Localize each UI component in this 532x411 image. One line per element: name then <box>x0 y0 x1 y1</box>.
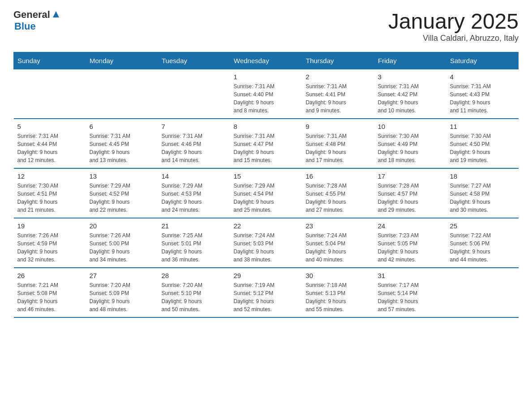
day-info: Sunrise: 7:26 AM Sunset: 4:59 PM Dayligh… <box>17 231 82 264</box>
day-number: 25 <box>450 222 515 230</box>
day-info: Sunrise: 7:24 AM Sunset: 5:03 PM Dayligh… <box>234 231 299 264</box>
day-number: 28 <box>162 272 227 279</box>
calendar-cell: 31Sunrise: 7:17 AM Sunset: 5:14 PM Dayli… <box>374 268 446 317</box>
day-number: 26 <box>17 272 82 279</box>
calendar-cell: 8Sunrise: 7:31 AM Sunset: 4:47 PM Daylig… <box>230 119 302 168</box>
calendar-cell: 16Sunrise: 7:28 AM Sunset: 4:55 PM Dayli… <box>302 168 374 218</box>
day-number: 27 <box>90 272 154 279</box>
day-info: Sunrise: 7:28 AM Sunset: 4:57 PM Dayligh… <box>378 182 443 214</box>
calendar-week-row: 12Sunrise: 7:30 AM Sunset: 4:51 PM Dayli… <box>14 168 519 218</box>
calendar-cell: 15Sunrise: 7:29 AM Sunset: 4:54 PM Dayli… <box>230 168 302 218</box>
day-info: Sunrise: 7:31 AM Sunset: 4:47 PM Dayligh… <box>234 132 299 164</box>
day-info: Sunrise: 7:25 AM Sunset: 5:01 PM Dayligh… <box>162 231 227 264</box>
day-number: 9 <box>306 123 371 130</box>
day-number: 6 <box>90 123 154 130</box>
day-info: Sunrise: 7:21 AM Sunset: 5:08 PM Dayligh… <box>17 281 82 313</box>
day-info: Sunrise: 7:31 AM Sunset: 4:45 PM Dayligh… <box>90 132 154 164</box>
weekday-header-monday: Monday <box>86 52 158 69</box>
day-number: 14 <box>162 172 227 180</box>
calendar-cell: 27Sunrise: 7:20 AM Sunset: 5:09 PM Dayli… <box>86 268 158 317</box>
day-number: 15 <box>234 172 299 180</box>
calendar-cell: 28Sunrise: 7:20 AM Sunset: 5:10 PM Dayli… <box>158 268 230 317</box>
day-info: Sunrise: 7:31 AM Sunset: 4:48 PM Dayligh… <box>306 132 371 164</box>
calendar-cell: 1Sunrise: 7:31 AM Sunset: 4:40 PM Daylig… <box>230 69 302 119</box>
calendar-week-row: 5Sunrise: 7:31 AM Sunset: 4:44 PM Daylig… <box>14 119 519 168</box>
day-number: 1 <box>234 73 299 81</box>
day-info: Sunrise: 7:31 AM Sunset: 4:41 PM Dayligh… <box>306 82 371 115</box>
title-block: January 2025 Villa Caldari, Abruzzo, Ita… <box>388 9 519 43</box>
day-info: Sunrise: 7:20 AM Sunset: 5:09 PM Dayligh… <box>90 281 154 313</box>
logo-general-text: General <box>13 9 50 21</box>
day-info: Sunrise: 7:19 AM Sunset: 5:12 PM Dayligh… <box>234 281 299 313</box>
page-header: General Blue January 2025 Villa Caldari,… <box>13 9 519 43</box>
day-number: 13 <box>90 172 154 180</box>
svg-marker-0 <box>53 11 59 17</box>
day-info: Sunrise: 7:31 AM Sunset: 4:42 PM Dayligh… <box>378 82 443 115</box>
location-subtitle: Villa Caldari, Abruzzo, Italy <box>388 34 519 43</box>
day-info: Sunrise: 7:30 AM Sunset: 4:50 PM Dayligh… <box>450 132 515 164</box>
calendar-cell: 14Sunrise: 7:29 AM Sunset: 4:53 PM Dayli… <box>158 168 230 218</box>
calendar-cell: 2Sunrise: 7:31 AM Sunset: 4:41 PM Daylig… <box>302 69 374 119</box>
day-info: Sunrise: 7:23 AM Sunset: 5:05 PM Dayligh… <box>378 231 443 264</box>
calendar-cell: 25Sunrise: 7:22 AM Sunset: 5:06 PM Dayli… <box>446 218 519 268</box>
weekday-header-tuesday: Tuesday <box>158 52 230 69</box>
month-title: January 2025 <box>388 9 519 34</box>
day-number: 30 <box>306 272 371 279</box>
day-number: 31 <box>378 272 443 279</box>
calendar-cell: 21Sunrise: 7:25 AM Sunset: 5:01 PM Dayli… <box>158 218 230 268</box>
calendar-cell <box>158 69 230 119</box>
calendar-cell: 23Sunrise: 7:24 AM Sunset: 5:04 PM Dayli… <box>302 218 374 268</box>
calendar-cell: 29Sunrise: 7:19 AM Sunset: 5:12 PM Dayli… <box>230 268 302 317</box>
day-info: Sunrise: 7:31 AM Sunset: 4:46 PM Dayligh… <box>162 132 227 164</box>
calendar-table: SundayMondayTuesdayWednesdayThursdayFrid… <box>13 52 519 318</box>
day-number: 10 <box>378 123 443 130</box>
day-info: Sunrise: 7:30 AM Sunset: 4:49 PM Dayligh… <box>378 132 443 164</box>
day-number: 29 <box>234 272 299 279</box>
weekday-header-sunday: Sunday <box>14 52 86 69</box>
calendar-cell: 10Sunrise: 7:30 AM Sunset: 4:49 PM Dayli… <box>374 119 446 168</box>
calendar-cell: 19Sunrise: 7:26 AM Sunset: 4:59 PM Dayli… <box>14 218 86 268</box>
calendar-cell: 20Sunrise: 7:26 AM Sunset: 5:00 PM Dayli… <box>86 218 158 268</box>
calendar-cell: 13Sunrise: 7:29 AM Sunset: 4:52 PM Dayli… <box>86 168 158 218</box>
calendar-cell <box>446 268 519 317</box>
day-info: Sunrise: 7:18 AM Sunset: 5:13 PM Dayligh… <box>306 281 371 313</box>
calendar-cell: 11Sunrise: 7:30 AM Sunset: 4:50 PM Dayli… <box>446 119 519 168</box>
calendar-cell <box>14 69 86 119</box>
calendar-week-row: 26Sunrise: 7:21 AM Sunset: 5:08 PM Dayli… <box>14 268 519 317</box>
day-number: 4 <box>450 73 515 81</box>
logo-blue-text: Blue <box>14 21 36 32</box>
day-number: 17 <box>378 172 443 180</box>
day-info: Sunrise: 7:20 AM Sunset: 5:10 PM Dayligh… <box>162 281 227 313</box>
calendar-cell: 17Sunrise: 7:28 AM Sunset: 4:57 PM Dayli… <box>374 168 446 218</box>
weekday-header-row: SundayMondayTuesdayWednesdayThursdayFrid… <box>14 52 519 69</box>
weekday-header-saturday: Saturday <box>446 52 519 69</box>
calendar-cell: 30Sunrise: 7:18 AM Sunset: 5:13 PM Dayli… <box>302 268 374 317</box>
calendar-cell: 12Sunrise: 7:30 AM Sunset: 4:51 PM Dayli… <box>14 168 86 218</box>
calendar-cell: 6Sunrise: 7:31 AM Sunset: 4:45 PM Daylig… <box>86 119 158 168</box>
day-number: 5 <box>17 123 82 130</box>
day-number: 12 <box>17 172 82 180</box>
day-info: Sunrise: 7:17 AM Sunset: 5:14 PM Dayligh… <box>378 281 443 313</box>
calendar-week-row: 1Sunrise: 7:31 AM Sunset: 4:40 PM Daylig… <box>14 69 519 119</box>
weekday-header-wednesday: Wednesday <box>230 52 302 69</box>
day-number: 20 <box>90 222 154 230</box>
day-number: 2 <box>306 73 371 81</box>
day-info: Sunrise: 7:30 AM Sunset: 4:51 PM Dayligh… <box>17 182 82 214</box>
day-info: Sunrise: 7:24 AM Sunset: 5:04 PM Dayligh… <box>306 231 371 264</box>
day-number: 19 <box>17 222 82 230</box>
day-number: 18 <box>450 172 515 180</box>
weekday-header-thursday: Thursday <box>302 52 374 69</box>
calendar-cell <box>86 69 158 119</box>
day-number: 7 <box>162 123 227 130</box>
day-info: Sunrise: 7:28 AM Sunset: 4:55 PM Dayligh… <box>306 182 371 214</box>
day-info: Sunrise: 7:29 AM Sunset: 4:53 PM Dayligh… <box>162 182 227 214</box>
calendar-cell: 3Sunrise: 7:31 AM Sunset: 4:42 PM Daylig… <box>374 69 446 119</box>
day-number: 8 <box>234 123 299 130</box>
calendar-cell: 24Sunrise: 7:23 AM Sunset: 5:05 PM Dayli… <box>374 218 446 268</box>
day-info: Sunrise: 7:29 AM Sunset: 4:52 PM Dayligh… <box>90 182 154 214</box>
day-number: 24 <box>378 222 443 230</box>
calendar-cell: 7Sunrise: 7:31 AM Sunset: 4:46 PM Daylig… <box>158 119 230 168</box>
calendar-cell: 22Sunrise: 7:24 AM Sunset: 5:03 PM Dayli… <box>230 218 302 268</box>
day-info: Sunrise: 7:26 AM Sunset: 5:00 PM Dayligh… <box>90 231 154 264</box>
logo-triangle-icon <box>51 9 61 19</box>
